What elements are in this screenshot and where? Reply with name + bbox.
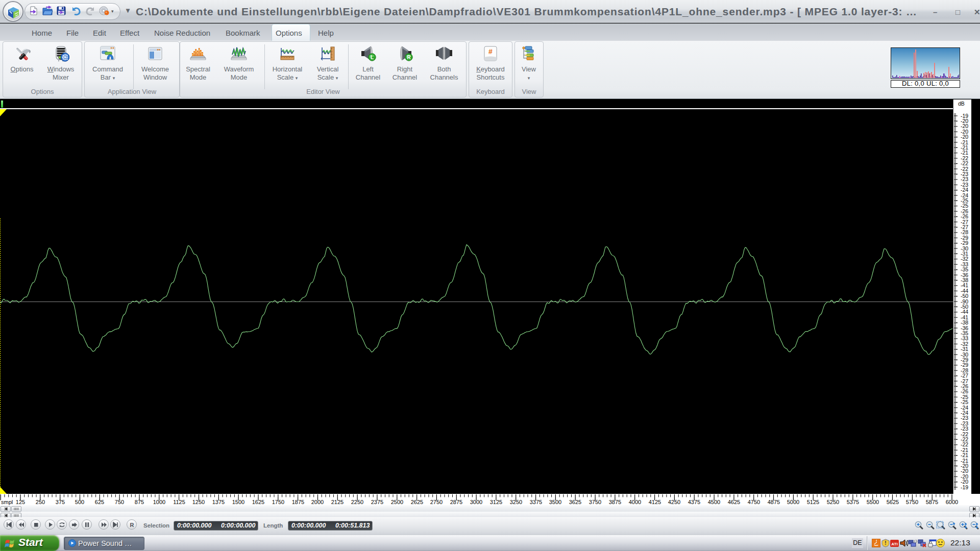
svg-text:1375: 1375 [212,499,225,505]
svg-text:125: 125 [16,499,25,505]
svg-text:#: # [488,47,493,56]
svg-text:5750: 5750 [906,499,918,505]
svg-text:3875: 3875 [609,499,621,505]
svg-text:-19: -19 [961,484,968,490]
svg-text:4250: 4250 [668,499,680,505]
svg-text:5875: 5875 [926,499,938,505]
svg-text:2375: 2375 [371,499,383,505]
svg-text:1875: 1875 [292,499,304,505]
svg-text:2875: 2875 [450,499,462,505]
svg-text:5250: 5250 [827,499,839,505]
svg-text:750: 750 [115,499,124,505]
svg-text:5625: 5625 [887,499,899,505]
svg-text:4875: 4875 [768,499,780,505]
svg-text:1750: 1750 [272,499,284,505]
svg-text:875: 875 [135,499,144,505]
svg-text:6000: 6000 [946,499,958,505]
svg-text:1125: 1125 [173,499,185,505]
svg-text:smpl: smpl [1,499,13,505]
svg-text:3125: 3125 [490,499,502,505]
svg-text:5125: 5125 [807,499,819,505]
svg-text:3250: 3250 [510,499,522,505]
svg-text:2125: 2125 [331,499,344,505]
svg-text:5000: 5000 [787,499,799,505]
svg-text:3625: 3625 [569,499,581,505]
svg-text:625: 625 [95,499,104,505]
svg-text:2750: 2750 [430,499,443,505]
svg-text:4500: 4500 [708,499,720,505]
svg-text:3750: 3750 [589,499,601,505]
svg-text:L: L [371,55,374,60]
svg-text:ATI: ATI [891,542,897,546]
svg-text:1625: 1625 [252,499,264,505]
svg-text:2000: 2000 [311,499,324,505]
svg-text:4125: 4125 [649,499,661,505]
svg-text:2625: 2625 [411,499,423,505]
svg-text:R: R [407,55,411,60]
svg-text:500: 500 [75,499,84,505]
svg-text:2500: 2500 [391,499,403,505]
svg-text:4000: 4000 [629,499,641,505]
svg-text:5500: 5500 [867,499,879,505]
svg-text:4375: 4375 [688,499,700,505]
svg-text:1250: 1250 [192,499,205,505]
svg-text:1500: 1500 [232,499,244,505]
svg-text:5375: 5375 [847,499,859,505]
svg-text:375: 375 [56,499,65,505]
svg-text:1000: 1000 [153,499,165,505]
svg-text:250: 250 [36,499,45,505]
svg-text:4750: 4750 [748,499,760,505]
svg-text:4625: 4625 [728,499,740,505]
svg-text:3375: 3375 [530,499,542,505]
svg-text:3500: 3500 [549,499,561,505]
svg-text:3000: 3000 [470,499,482,505]
svg-text:R: R [130,522,134,528]
svg-text:!: ! [885,540,886,546]
svg-text:2250: 2250 [351,499,363,505]
